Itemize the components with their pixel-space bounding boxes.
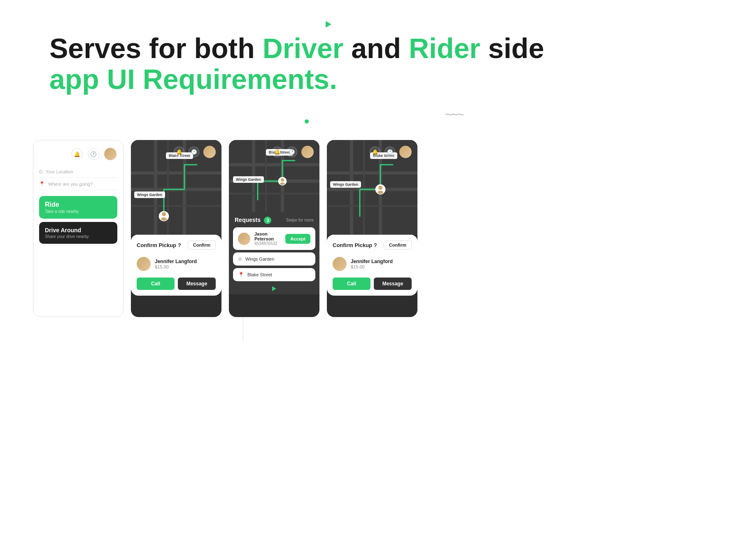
location-inputs: Your Location 📍 Where are you going? bbox=[33, 166, 123, 190]
deco-triangle-1 bbox=[326, 21, 331, 28]
location-row-wings: ⊕ Wings Garden bbox=[233, 252, 315, 266]
play-icon[interactable] bbox=[272, 286, 276, 291]
location-row-blake: 📍 Blake Street bbox=[233, 268, 315, 281]
svg-point-19 bbox=[281, 178, 284, 182]
svg-point-20 bbox=[280, 182, 285, 185]
rider-avatar-2 bbox=[137, 257, 151, 271]
rider-name-4: Jennifer Langford bbox=[351, 259, 393, 264]
action-btns-4: Call Message bbox=[333, 278, 412, 290]
rider-info-2: Jennifer Langford $15.00 bbox=[137, 254, 216, 274]
rider-details-4: Jennifer Langford $15.00 bbox=[351, 259, 393, 269]
dark-header-2: 🔔 🕐 bbox=[131, 140, 221, 161]
blake-icon: 📍 bbox=[238, 272, 244, 278]
call-button-2[interactable]: Call bbox=[137, 278, 175, 290]
drive-subtitle: Share your drive nearby bbox=[45, 234, 112, 239]
screen-dark-confirm: 🔔 🕐 bbox=[131, 140, 221, 317]
wings-icon: ⊕ bbox=[238, 256, 242, 262]
clock-icon-dark-3[interactable]: 🕐 bbox=[287, 147, 297, 157]
confirm-text-4: Confirm Pickup ? bbox=[333, 242, 377, 248]
ride-button[interactable]: Ride Take a ride nearby bbox=[39, 196, 117, 219]
header-rider: Rider bbox=[409, 33, 480, 64]
rider-name-2: Jennifer Langford bbox=[155, 259, 197, 264]
bottom-card-4: Confirm Pickup ? Confirm Jennifer Langfo… bbox=[327, 235, 417, 296]
requests-title-area: Requests 3 bbox=[235, 216, 271, 224]
location-dot-icon bbox=[39, 170, 42, 173]
confirm-button[interactable]: Confirm bbox=[188, 240, 216, 250]
drive-title: Drive Around bbox=[45, 227, 112, 233]
your-location-input[interactable]: Your Location bbox=[39, 166, 117, 178]
location-wings-label: Wings Garden bbox=[245, 257, 274, 261]
header-section: Serves for both Driver and Rider side ap… bbox=[49, 33, 544, 95]
svg-point-30 bbox=[377, 191, 383, 194]
requester-avatar bbox=[238, 233, 250, 245]
requests-count: 3 bbox=[264, 217, 271, 224]
screen-dark-confirm-2: 🔔 🕐 Blake Street Wings Garden bbox=[327, 140, 417, 317]
dark-header-4: 🔔 🕐 bbox=[327, 140, 417, 161]
play-button-area bbox=[229, 284, 319, 294]
dark-header-3: 🔔 🕐 bbox=[229, 140, 319, 161]
confirm-button-4[interactable]: Confirm bbox=[384, 240, 412, 250]
request-info: Jason Peterson 6534876532 bbox=[254, 231, 281, 246]
call-button-4[interactable]: Call bbox=[333, 278, 370, 290]
map-label-wings-2: Wings Garden bbox=[134, 191, 165, 198]
requests-header: Requests 3 Swipe for more bbox=[229, 212, 319, 227]
clock-icon[interactable]: 🕐 bbox=[88, 148, 99, 160]
svg-point-9 bbox=[162, 212, 166, 216]
confirm-row-4: Confirm Pickup ? Confirm bbox=[333, 240, 412, 250]
bell-icon-dark-4[interactable]: 🔔 bbox=[370, 147, 380, 157]
deco-squiggle: ~~~ bbox=[445, 107, 463, 122]
ride-title: Ride bbox=[45, 201, 112, 208]
map-label-wings-3: Wings Garden bbox=[233, 176, 264, 183]
rider-details-2: Jennifer Langford $15.00 bbox=[155, 259, 197, 269]
header-line2: app UI Requirements. bbox=[49, 64, 544, 95]
your-location-label: Your Location bbox=[46, 169, 73, 174]
bottom-card-2: Confirm Pickup ? Confirm Jennifer Langfo… bbox=[131, 235, 221, 296]
light-header: 🔔 🕐 bbox=[33, 140, 123, 164]
screen-requests: 🔔 🕐 Blake Street Wings Garden bbox=[229, 140, 319, 317]
requests-label: Requests bbox=[235, 217, 261, 223]
where-going-input[interactable]: 📍 Where are you going? bbox=[39, 178, 117, 190]
pin-icon: 📍 bbox=[39, 181, 45, 187]
screens-container: 🔔 🕐 Your Location 📍 Where are you going?… bbox=[33, 140, 417, 317]
rider-avatar-4 bbox=[333, 257, 347, 271]
ride-subtitle: Take a ride nearby bbox=[45, 209, 112, 214]
where-going-label: Where are you going? bbox=[48, 182, 93, 187]
drive-button[interactable]: Drive Around Share your drive nearby bbox=[39, 222, 117, 244]
deco-dot-1 bbox=[305, 119, 309, 124]
confirm-text: Confirm Pickup ? bbox=[137, 242, 181, 248]
bell-icon-dark-3[interactable]: 🔔 bbox=[272, 147, 282, 157]
header-driver: Driver bbox=[263, 33, 344, 64]
requester-phone: 6534876532 bbox=[254, 241, 281, 246]
avatar-dark-4[interactable] bbox=[399, 146, 412, 158]
svg-point-10 bbox=[161, 217, 167, 221]
bell-icon[interactable]: 🔔 bbox=[71, 148, 83, 160]
header-suffix: side bbox=[480, 33, 544, 64]
svg-point-29 bbox=[378, 186, 382, 190]
map-label-wings-4: Wings Garden bbox=[330, 181, 361, 188]
request-item: Jason Peterson 6534876532 Accept bbox=[233, 227, 315, 250]
header-middle: and bbox=[343, 33, 409, 64]
action-btns-2: Call Message bbox=[137, 278, 216, 290]
avatar-dark-3[interactable] bbox=[301, 146, 314, 158]
header-prefix: Serves for both bbox=[49, 33, 263, 64]
clock-icon-dark-4[interactable]: 🕐 bbox=[384, 147, 395, 157]
message-button-4[interactable]: Message bbox=[374, 278, 412, 290]
bell-icon-dark[interactable]: 🔔 bbox=[174, 147, 184, 157]
requests-section: Requests 3 Swipe for more Jason Peterson… bbox=[229, 212, 319, 294]
screen-light: 🔔 🕐 Your Location 📍 Where are you going?… bbox=[33, 140, 124, 317]
requester-name: Jason Peterson bbox=[254, 231, 281, 241]
rider-price-4: $15.00 bbox=[351, 264, 393, 269]
rider-info-4: Jennifer Langford $15.00 bbox=[333, 254, 412, 274]
rider-price-2: $15.00 bbox=[155, 264, 197, 269]
confirm-row: Confirm Pickup ? Confirm bbox=[137, 240, 216, 250]
clock-icon-dark[interactable]: 🕐 bbox=[189, 147, 199, 157]
swipe-text: Swipe for more bbox=[286, 218, 314, 222]
location-blake-label: Blake Street bbox=[247, 272, 272, 277]
message-button-2[interactable]: Message bbox=[178, 278, 216, 290]
avatar-dark[interactable] bbox=[203, 146, 216, 158]
avatar[interactable] bbox=[104, 148, 117, 160]
accept-button[interactable]: Accept bbox=[285, 234, 310, 244]
header-line1: Serves for both Driver and Rider side bbox=[49, 33, 544, 64]
